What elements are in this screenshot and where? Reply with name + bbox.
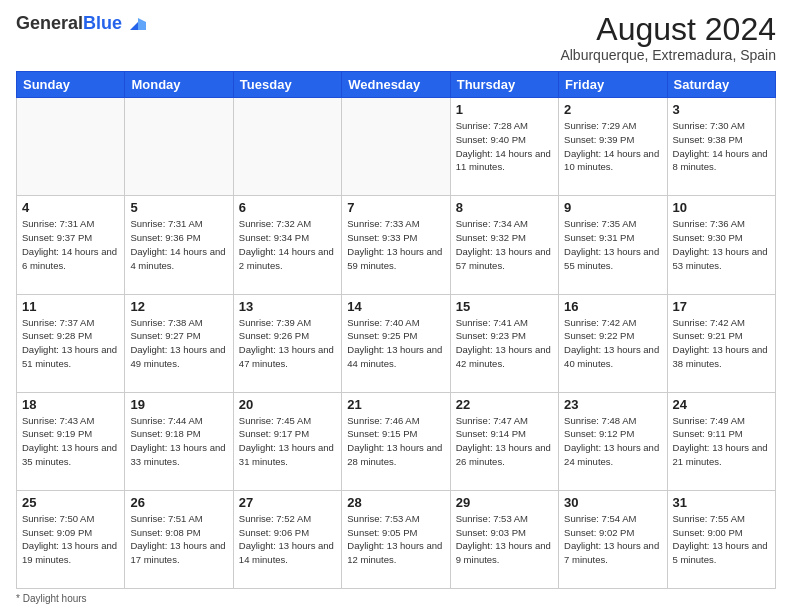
calendar-cell: 18 Sunrise: 7:43 AM Sunset: 9:19 PM Dayl… (17, 392, 125, 490)
calendar-cell: 20 Sunrise: 7:45 AM Sunset: 9:17 PM Dayl… (233, 392, 341, 490)
day-info: Sunrise: 7:39 AM Sunset: 9:26 PM Dayligh… (239, 316, 336, 371)
sunset-text: Sunset: 9:23 PM (456, 330, 526, 341)
day-info: Sunrise: 7:48 AM Sunset: 9:12 PM Dayligh… (564, 414, 661, 469)
calendar-cell: 10 Sunrise: 7:36 AM Sunset: 9:30 PM Dayl… (667, 196, 775, 294)
day-number: 30 (564, 495, 661, 510)
header-friday: Friday (559, 72, 667, 98)
month-year: August 2024 (560, 12, 776, 47)
day-number: 29 (456, 495, 553, 510)
day-info: Sunrise: 7:51 AM Sunset: 9:08 PM Dayligh… (130, 512, 227, 567)
calendar-cell (17, 98, 125, 196)
day-number: 10 (673, 200, 770, 215)
day-number: 18 (22, 397, 119, 412)
daylight-text: Daylight: 13 hours and 17 minutes. (130, 540, 225, 565)
svg-marker-1 (138, 18, 146, 30)
sunrise-text: Sunrise: 7:53 AM (347, 513, 419, 524)
sunrise-text: Sunrise: 7:55 AM (673, 513, 745, 524)
day-number: 25 (22, 495, 119, 510)
day-number: 14 (347, 299, 444, 314)
calendar-cell: 26 Sunrise: 7:51 AM Sunset: 9:08 PM Dayl… (125, 490, 233, 588)
sunset-text: Sunset: 9:36 PM (130, 232, 200, 243)
calendar-cell: 24 Sunrise: 7:49 AM Sunset: 9:11 PM Dayl… (667, 392, 775, 490)
week-row-4: 18 Sunrise: 7:43 AM Sunset: 9:19 PM Dayl… (17, 392, 776, 490)
sunset-text: Sunset: 9:03 PM (456, 527, 526, 538)
sunrise-text: Sunrise: 7:32 AM (239, 218, 311, 229)
daylight-text: Daylight: 13 hours and 44 minutes. (347, 344, 442, 369)
daylight-text: Daylight: 14 hours and 10 minutes. (564, 148, 659, 173)
header: GeneralBlue August 2024 Alburquerque, Ex… (16, 12, 776, 63)
calendar-cell: 13 Sunrise: 7:39 AM Sunset: 9:26 PM Dayl… (233, 294, 341, 392)
header-sunday: Sunday (17, 72, 125, 98)
sunset-text: Sunset: 9:08 PM (130, 527, 200, 538)
sunset-text: Sunset: 9:02 PM (564, 527, 634, 538)
sunset-text: Sunset: 9:26 PM (239, 330, 309, 341)
sunrise-text: Sunrise: 7:29 AM (564, 120, 636, 131)
calendar-cell: 8 Sunrise: 7:34 AM Sunset: 9:32 PM Dayli… (450, 196, 558, 294)
calendar-cell: 31 Sunrise: 7:55 AM Sunset: 9:00 PM Dayl… (667, 490, 775, 588)
sunset-text: Sunset: 9:14 PM (456, 428, 526, 439)
sunrise-text: Sunrise: 7:28 AM (456, 120, 528, 131)
daylight-text: Daylight: 13 hours and 21 minutes. (673, 442, 768, 467)
sunrise-text: Sunrise: 7:45 AM (239, 415, 311, 426)
daylight-text: Daylight: 13 hours and 24 minutes. (564, 442, 659, 467)
sunset-text: Sunset: 9:18 PM (130, 428, 200, 439)
day-number: 20 (239, 397, 336, 412)
daylight-text: Daylight: 13 hours and 38 minutes. (673, 344, 768, 369)
sunset-text: Sunset: 9:19 PM (22, 428, 92, 439)
header-saturday: Saturday (667, 72, 775, 98)
day-info: Sunrise: 7:42 AM Sunset: 9:22 PM Dayligh… (564, 316, 661, 371)
header-wednesday: Wednesday (342, 72, 450, 98)
daylight-text: Daylight: 13 hours and 7 minutes. (564, 540, 659, 565)
sunset-text: Sunset: 9:38 PM (673, 134, 743, 145)
sunset-text: Sunset: 9:30 PM (673, 232, 743, 243)
calendar-cell: 7 Sunrise: 7:33 AM Sunset: 9:33 PM Dayli… (342, 196, 450, 294)
logo-general: GeneralBlue (16, 14, 122, 32)
day-number: 23 (564, 397, 661, 412)
sunrise-text: Sunrise: 7:30 AM (673, 120, 745, 131)
daylight-text: Daylight: 13 hours and 19 minutes. (22, 540, 117, 565)
day-info: Sunrise: 7:28 AM Sunset: 9:40 PM Dayligh… (456, 119, 553, 174)
day-number: 4 (22, 200, 119, 215)
calendar-cell: 27 Sunrise: 7:52 AM Sunset: 9:06 PM Dayl… (233, 490, 341, 588)
sunrise-text: Sunrise: 7:52 AM (239, 513, 311, 524)
sunrise-text: Sunrise: 7:51 AM (130, 513, 202, 524)
daylight-text: Daylight: 13 hours and 5 minutes. (673, 540, 768, 565)
day-number: 9 (564, 200, 661, 215)
calendar-cell: 28 Sunrise: 7:53 AM Sunset: 9:05 PM Dayl… (342, 490, 450, 588)
sunset-text: Sunset: 9:05 PM (347, 527, 417, 538)
daylight-text: Daylight: 13 hours and 51 minutes. (22, 344, 117, 369)
sunset-text: Sunset: 9:11 PM (673, 428, 743, 439)
sunset-text: Sunset: 9:39 PM (564, 134, 634, 145)
daylight-text: Daylight: 13 hours and 12 minutes. (347, 540, 442, 565)
calendar-cell: 16 Sunrise: 7:42 AM Sunset: 9:22 PM Dayl… (559, 294, 667, 392)
daylight-text: Daylight: 13 hours and 28 minutes. (347, 442, 442, 467)
day-info: Sunrise: 7:32 AM Sunset: 9:34 PM Dayligh… (239, 217, 336, 272)
sunrise-text: Sunrise: 7:44 AM (130, 415, 202, 426)
week-row-5: 25 Sunrise: 7:50 AM Sunset: 9:09 PM Dayl… (17, 490, 776, 588)
day-info: Sunrise: 7:38 AM Sunset: 9:27 PM Dayligh… (130, 316, 227, 371)
calendar-cell: 1 Sunrise: 7:28 AM Sunset: 9:40 PM Dayli… (450, 98, 558, 196)
sunset-text: Sunset: 9:09 PM (22, 527, 92, 538)
calendar-cell: 23 Sunrise: 7:48 AM Sunset: 9:12 PM Dayl… (559, 392, 667, 490)
calendar-cell (125, 98, 233, 196)
daylight-text: Daylight: 13 hours and 57 minutes. (456, 246, 551, 271)
day-info: Sunrise: 7:55 AM Sunset: 9:00 PM Dayligh… (673, 512, 770, 567)
sunset-text: Sunset: 9:34 PM (239, 232, 309, 243)
location: Alburquerque, Extremadura, Spain (560, 47, 776, 63)
header-monday: Monday (125, 72, 233, 98)
daylight-text: Daylight: 14 hours and 4 minutes. (130, 246, 225, 271)
sunrise-text: Sunrise: 7:43 AM (22, 415, 94, 426)
daylight-text: Daylight: 14 hours and 11 minutes. (456, 148, 551, 173)
daylight-text: Daylight: 13 hours and 55 minutes. (564, 246, 659, 271)
sunrise-text: Sunrise: 7:54 AM (564, 513, 636, 524)
sunset-text: Sunset: 9:31 PM (564, 232, 634, 243)
week-row-1: 1 Sunrise: 7:28 AM Sunset: 9:40 PM Dayli… (17, 98, 776, 196)
sunset-text: Sunset: 9:40 PM (456, 134, 526, 145)
calendar-table: Sunday Monday Tuesday Wednesday Thursday… (16, 71, 776, 589)
day-info: Sunrise: 7:53 AM Sunset: 9:03 PM Dayligh… (456, 512, 553, 567)
title-block: August 2024 Alburquerque, Extremadura, S… (560, 12, 776, 63)
day-number: 11 (22, 299, 119, 314)
sunset-text: Sunset: 9:21 PM (673, 330, 743, 341)
sunrise-text: Sunrise: 7:37 AM (22, 317, 94, 328)
day-info: Sunrise: 7:34 AM Sunset: 9:32 PM Dayligh… (456, 217, 553, 272)
